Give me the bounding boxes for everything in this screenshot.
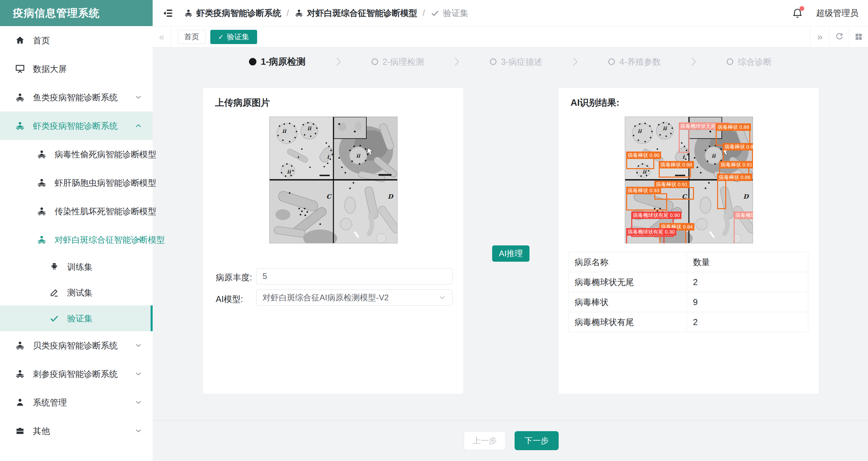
ai-model-selected-value: 对虾白斑综合征AI病原检测模型-V2: [263, 292, 389, 303]
chevron-down-icon: [134, 370, 142, 378]
diagnosis-icon: [15, 121, 25, 131]
detection-label: 病毒棒状 0.91: [719, 161, 753, 168]
diagnosis-icon: [294, 8, 304, 18]
sidebar-item-training-set[interactable]: 训练集: [0, 254, 153, 280]
home-icon: [15, 35, 25, 45]
user-icon: [15, 397, 25, 407]
column-header: 病原名称: [568, 252, 687, 272]
tab-bar: « 首页 ✓ 验证集 »: [153, 26, 868, 47]
next-step-button[interactable]: 下一步: [515, 431, 559, 450]
footer-divider: [153, 420, 868, 421]
breadcrumb-item-wssv-model[interactable]: 对虾白斑综合征智能诊断模型: [294, 7, 417, 19]
diagnosis-icon: [37, 178, 47, 188]
pathogen-image-canvas: ii ii i ii ii C D: [269, 117, 398, 243]
briefcase-icon: [15, 426, 25, 436]
open-tabs: 首页 ✓ 验证集: [171, 26, 810, 47]
sidebar-item-sea-cucumber-system[interactable]: 刺参疫病智能诊断系统: [0, 360, 153, 388]
abundance-input[interactable]: [256, 268, 452, 284]
sidebar-item-test-set[interactable]: 测试集: [0, 280, 153, 305]
step-circle: [371, 58, 378, 65]
check-icon: ✓: [218, 33, 224, 41]
detection-label: 病毒棒状 0.88: [716, 123, 751, 131]
step-chevron-icon: [335, 56, 342, 67]
wizard-stepper: 1-病原检测 2-病理检测 3-病症描述 4-养殖参数 综合诊断: [153, 56, 868, 68]
step-chevron-icon: [691, 56, 697, 67]
chevron-down-icon: [134, 427, 142, 435]
svg-text:ii: ii: [287, 169, 291, 175]
breadcrumb-separator: /: [287, 8, 289, 18]
diagnosis-icon: [37, 206, 47, 216]
sidebar-item-home[interactable]: 首页: [0, 26, 153, 55]
step-pathology-detection[interactable]: 2-病理检测: [371, 56, 424, 67]
sidebar-item-viral-covert-mortality-model[interactable]: 病毒性偷死病智能诊断模型: [0, 140, 153, 168]
sidebar-item-imn-model[interactable]: 传染性肌坏死智能诊断模型: [0, 197, 153, 225]
check-icon: [49, 313, 59, 323]
screen-icon: [15, 64, 25, 74]
detection-bbox: 病毒棒状 0.86: [717, 180, 726, 209]
breadcrumb-item-shrimp-system[interactable]: 虾类疫病智能诊断系统: [184, 7, 281, 19]
notification-bell-icon[interactable]: [792, 7, 803, 19]
table-header-row: 病原名称 数量: [568, 252, 808, 272]
sidebar-item-data-screen[interactable]: 数据大屏: [0, 55, 153, 83]
step-circle: [608, 58, 615, 65]
detection-bbox: 病毒棒状 0.88: [659, 167, 691, 178]
chevron-down-icon: [134, 179, 142, 187]
sidebar-item-system-management[interactable]: 系统管理: [0, 388, 153, 417]
chevron-down-icon: [134, 341, 142, 349]
refresh-icon[interactable]: [829, 26, 849, 47]
table-row: 病毒棒状 9: [568, 292, 808, 312]
pathogen-image: ii ii i ii ii C D: [269, 117, 398, 243]
previous-step-button[interactable]: 上一步: [464, 431, 506, 450]
step-comprehensive-diagnosis[interactable]: 综合诊断: [727, 56, 772, 67]
detection-label: 病毒棒状 0.88: [659, 161, 694, 168]
svg-text:ii: ii: [307, 125, 312, 132]
step-chevron-icon: [454, 56, 460, 67]
sidebar-item-validation-set[interactable]: 验证集: [0, 305, 153, 331]
notification-dot: [799, 6, 804, 11]
column-header: 数量: [687, 252, 808, 272]
electron-micrograph: ii ii i ii ii C D: [269, 117, 398, 243]
ai-model-select[interactable]: 对虾白斑综合征AI病原检测模型-V2: [256, 289, 452, 306]
diagnosis-icon: [15, 369, 25, 379]
detection-label: 病毒棒状 0.90: [626, 152, 661, 159]
detection-label: 病毒椭球状有尾 0.90: [631, 212, 681, 219]
sidebar-item-other[interactable]: 其他: [0, 417, 153, 445]
abundance-label: 病原丰度:: [216, 272, 252, 283]
step-symptom-description[interactable]: 3-病症描述: [490, 56, 542, 67]
collapse-sidebar-icon[interactable]: [162, 7, 174, 19]
tabs-scroll-left-icon[interactable]: «: [153, 26, 171, 47]
step-pathogen-detection[interactable]: 1-病原检测: [249, 56, 306, 68]
chevron-down-icon: [134, 398, 142, 406]
svg-text:ii: ii: [282, 128, 287, 134]
current-user[interactable]: 超级管理员: [816, 7, 863, 19]
step-circle-filled: [249, 58, 256, 65]
ai-infer-button[interactable]: AI推理: [492, 245, 529, 262]
detection-bbox: 病毒椭球状有尾 0.30: [626, 235, 664, 243]
detection-overlay: 病毒椭球状无尾 0.94病毒棒状 0.88病毒棒状 0.88病毒棒状 0.90病…: [625, 117, 753, 243]
sidebar: 疫病信息管理系统 首页 数据大屏 鱼类疫病智能诊断系统 虾类疫病智能诊断系统 病…: [0, 0, 153, 461]
tab-validation-set[interactable]: ✓ 验证集: [210, 30, 257, 44]
card-title: 上传病原图片: [215, 97, 270, 109]
sidebar-item-shellfish-system[interactable]: 贝类疫病智能诊断系统: [0, 331, 153, 360]
chevron-down-icon: [134, 150, 142, 158]
step-farming-parameters[interactable]: 4-养殖参数: [608, 56, 661, 67]
sidebar-item-wssv-model[interactable]: 对虾白斑综合征智能诊断模型: [0, 225, 153, 254]
top-navbar: 虾类疫病智能诊断系统 / 对虾白斑综合征智能诊断模型 / 验证集 超级管理员: [153, 0, 868, 26]
detection-bbox: 病毒椭球状无尾 0.88: [734, 218, 753, 243]
tabs-scroll-right-icon[interactable]: »: [810, 26, 829, 47]
ai-model-label: AI模型:: [216, 294, 243, 305]
tab-home[interactable]: 首页: [178, 30, 206, 44]
detection-label: 病毒棒状 0.88: [723, 143, 753, 151]
app-title: 疫病信息管理系统: [0, 0, 153, 26]
layout-grid-icon[interactable]: [849, 26, 868, 47]
detection-bbox: 病毒棒状 0.93: [626, 193, 667, 210]
chevron-down-icon: [134, 207, 142, 215]
sidebar-item-ehp-model[interactable]: 虾肝肠胞虫病智能诊断模型: [0, 168, 153, 197]
detection-bbox: 病毒棒状 0.90: [626, 158, 654, 169]
sidebar-item-fish-system[interactable]: 鱼类疫病智能诊断系统: [0, 83, 153, 112]
diagnosis-icon: [15, 340, 25, 350]
table-row: 病毒椭球状有尾 2: [568, 312, 808, 332]
sidebar-item-shrimp-system[interactable]: 虾类疫病智能诊断系统: [0, 112, 153, 140]
detection-label: 病毒棒状 0.93: [626, 187, 661, 194]
breadcrumb-item-validation-set: 验证集: [430, 7, 468, 19]
